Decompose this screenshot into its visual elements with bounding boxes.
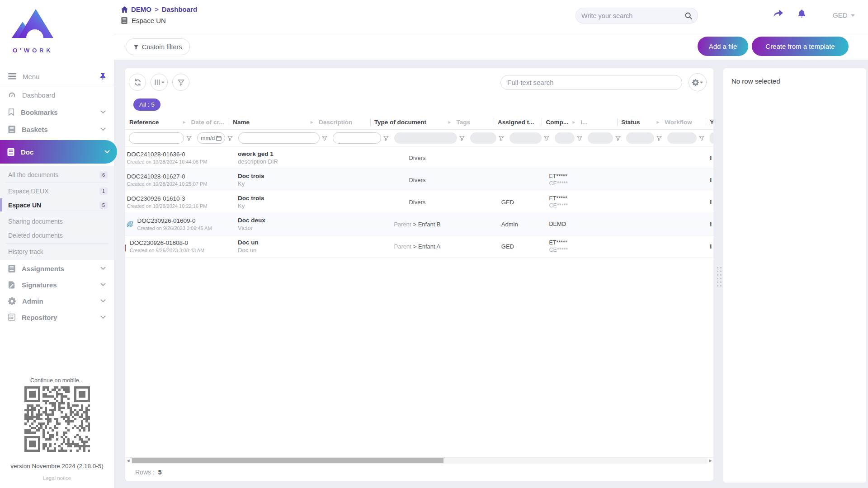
column-header-status[interactable]: Status▶ <box>617 115 660 129</box>
funnel-icon[interactable] <box>227 136 233 141</box>
type-value: > Enfant A <box>413 243 440 250</box>
cell-date <box>192 169 234 191</box>
column-header-description[interactable]: Description <box>315 115 370 129</box>
funnel-icon[interactable] <box>615 136 621 141</box>
custom-filters-button[interactable]: Custom filters <box>126 38 190 55</box>
table-row[interactable]: DOC230926-01609-0Created on 9/26/2023 3:… <box>125 213 713 235</box>
add-file-button[interactable]: Add a file <box>698 37 748 56</box>
scroll-right-icon[interactable]: ▶ <box>708 458 713 464</box>
sidebar-item-signatures[interactable]: Signatures <box>0 277 114 293</box>
fulltext-search-input[interactable] <box>507 79 675 86</box>
table-footer: Rows : 5 <box>125 464 713 481</box>
cell-name: Doc troisKy <box>234 191 319 213</box>
signature-icon <box>8 281 15 289</box>
chevron-down-icon[interactable] <box>100 283 106 286</box>
funnel-icon[interactable] <box>499 136 504 141</box>
global-search-input[interactable] <box>581 12 685 19</box>
cell-clipped: I <box>708 169 714 191</box>
cell-tags <box>456 147 497 169</box>
hamburger-icon[interactable] <box>8 73 16 80</box>
panel-resize-handle[interactable] <box>717 267 722 286</box>
column-header-workflow[interactable]: Workflow <box>660 115 706 129</box>
user-menu[interactable]: GED <box>833 11 855 19</box>
sidebar-item-bookmarks[interactable]: Bookmarks <box>0 103 114 121</box>
document-subtitle: Victor <box>238 225 319 231</box>
sidebar-subitem-deleted-documents[interactable]: Deleted documents <box>0 228 114 242</box>
refresh-button[interactable] <box>129 74 146 91</box>
sidebar-subitem-espace-deux[interactable]: Espace DEUX1 <box>0 184 114 198</box>
column-header-y[interactable]: Y <box>706 115 713 129</box>
menu-toggle-row[interactable]: Menu <box>0 67 114 86</box>
calendar-icon[interactable] <box>216 136 222 141</box>
sidebar-subitem-all-the-documents[interactable]: All the documents6 <box>0 168 114 182</box>
sort-arrow-icon[interactable]: ▶ <box>183 120 185 124</box>
global-search[interactable] <box>576 8 698 23</box>
filter-date-input[interactable]: mm/d <box>197 132 225 144</box>
table-row[interactable]: DOC230926-01610-3Created on 10/28/2024 1… <box>125 191 713 213</box>
chevron-down-icon[interactable] <box>100 127 106 131</box>
table-row[interactable]: DOC230926-01608-0Created on 9/26/2023 3:… <box>125 235 713 258</box>
sort-arrow-icon[interactable]: ▶ <box>448 120 451 124</box>
table-row[interactable]: DOC241028-01627-0Created on 10/28/2024 1… <box>125 169 713 191</box>
filter-button[interactable] <box>172 74 189 91</box>
legal-notice-link[interactable]: Legal notice <box>0 475 114 481</box>
filter-input-reference[interactable] <box>129 132 184 144</box>
sidebar-item-doc[interactable]: Doc <box>0 140 117 164</box>
sidebar-subitem-espace-un[interactable]: Espace UN5 <box>0 198 114 212</box>
sort-arrow-icon[interactable]: ▶ <box>572 120 575 124</box>
sort-arrow-icon[interactable]: ▶ <box>656 120 659 124</box>
home-icon[interactable] <box>121 6 128 13</box>
column-header-comp[interactable]: Comp...▶ <box>542 115 576 129</box>
funnel-icon[interactable] <box>186 136 192 141</box>
horizontal-scrollbar[interactable]: ◀ ▶ <box>125 457 713 464</box>
column-header-date-of-cr[interactable]: Date of cr... <box>187 115 229 129</box>
funnel-icon[interactable] <box>322 136 327 141</box>
breadcrumb-home[interactable]: DEMO <box>131 5 151 13</box>
scroll-left-icon[interactable]: ◀ <box>125 458 131 464</box>
sidebar-item-repository[interactable]: Repository <box>0 309 114 325</box>
bell-icon[interactable] <box>797 9 806 18</box>
funnel-icon[interactable] <box>577 136 582 141</box>
filter-input-description[interactable] <box>333 132 381 144</box>
scrollbar-thumb[interactable] <box>132 458 443 463</box>
column-header-i[interactable]: I... <box>576 115 617 129</box>
document-name: Doc trois <box>238 173 319 179</box>
search-icon[interactable] <box>685 12 692 19</box>
breadcrumb-current[interactable]: Dashboard <box>162 5 197 13</box>
column-header-reference[interactable]: Reference▶ <box>125 115 187 129</box>
chevron-down-icon[interactable] <box>100 267 106 270</box>
tab-all-documents[interactable]: All : 5 <box>133 99 160 111</box>
sidebar-item-baskets[interactable]: Baskets <box>0 121 114 138</box>
chevron-down-icon[interactable] <box>100 110 106 114</box>
document-name: Doc trois <box>238 195 319 202</box>
column-header-assigned-t[interactable]: Assigned t... <box>494 115 542 129</box>
sidebar-item-assignments[interactable]: Assignments <box>0 260 114 277</box>
table-settings-button[interactable] <box>689 73 707 91</box>
column-header-type-of-document[interactable]: Type of document▶ <box>370 115 453 129</box>
funnel-icon[interactable] <box>383 136 389 141</box>
column-header-name[interactable]: Name▶ <box>229 115 315 129</box>
funnel-icon[interactable] <box>459 136 465 141</box>
chevron-down-icon[interactable] <box>104 150 110 154</box>
funnel-icon[interactable] <box>656 136 662 141</box>
sidebar-item-admin[interactable]: Admin <box>0 293 114 309</box>
columns-button[interactable] <box>151 74 168 91</box>
table-row[interactable]: DOC241028-01636-0Created on 10/28/2024 1… <box>125 147 713 169</box>
cell-reference: DOC241028-01627-0Created on 10/28/2024 1… <box>125 169 192 191</box>
sort-arrow-icon[interactable]: ▶ <box>311 120 313 124</box>
share-icon[interactable] <box>773 9 783 18</box>
chevron-down-icon[interactable] <box>100 299 106 303</box>
cell-empty <box>663 147 708 169</box>
fulltext-search[interactable] <box>500 75 682 90</box>
funnel-icon[interactable] <box>544 136 549 141</box>
column-header-tags[interactable]: Tags <box>452 115 494 129</box>
funnel-icon[interactable] <box>699 136 704 141</box>
filter-input-name[interactable] <box>238 132 320 144</box>
sidebar-item-label: Bookmarks <box>21 108 58 116</box>
sidebar-item-dashboard[interactable]: Dashboard <box>0 86 114 103</box>
create-from-template-button[interactable]: Create from a template <box>752 37 849 56</box>
pin-sidebar-icon[interactable] <box>100 73 106 80</box>
sidebar-subitem-history-track[interactable]: History track <box>0 244 114 258</box>
sidebar-subitem-sharing-documents[interactable]: Sharing documents <box>0 214 114 228</box>
chevron-down-icon[interactable] <box>100 315 106 319</box>
